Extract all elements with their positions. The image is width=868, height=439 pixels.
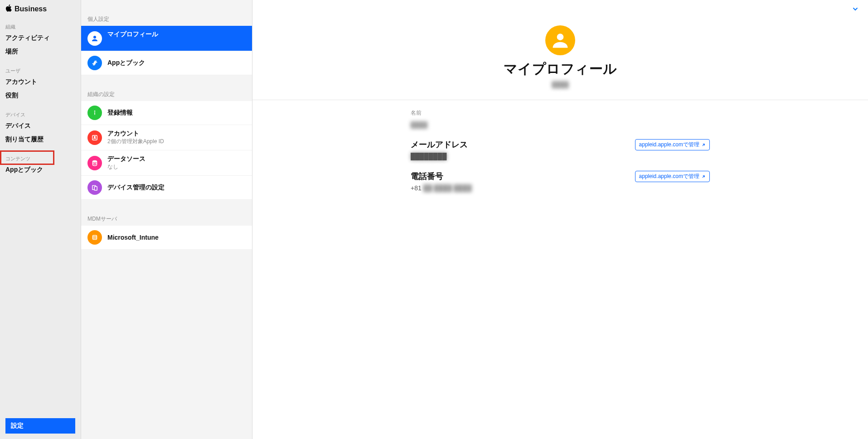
settings-item-title: デバイス管理の設定: [107, 183, 165, 192]
nav-item-activity[interactable]: アクティビティ: [0, 31, 81, 45]
settings-item-sub: [107, 39, 158, 46]
manage-link-text: appleid.apple.comで管理: [639, 173, 699, 180]
nav-group-org: 組織 アクティビティ 場所: [0, 21, 81, 58]
nav-item-devices[interactable]: デバイス: [0, 119, 81, 133]
database-icon: [87, 156, 102, 170]
manage-phone-link[interactable]: appleid.apple.comで管理: [635, 171, 710, 182]
svg-point-5: [93, 160, 97, 162]
settings-section-label: 組織の設定: [81, 75, 252, 101]
svg-rect-8: [93, 236, 97, 240]
nav-group-content: コンテンツ Appとブック: [0, 153, 81, 177]
nav-group-label: デバイス: [0, 109, 81, 119]
profile-title: マイプロフィール: [262, 60, 859, 78]
settings-item-title: データソース: [107, 155, 145, 163]
nav-group-label: コンテンツ: [0, 153, 81, 163]
manage-email-link[interactable]: appleid.apple.comで管理: [635, 139, 710, 150]
nav-group-users: ユーザ アカウント 役割: [0, 65, 81, 102]
settings-item-mdm-server[interactable]: Microsoft_Intune: [81, 226, 252, 249]
brand-text: Business: [15, 5, 47, 13]
email-row: メールアドレス ████████ appleid.apple.comで管理: [411, 139, 710, 160]
nav-item-assignment-history[interactable]: 割り当て履歴: [0, 133, 81, 146]
settings-item-title: Appとブック: [107, 59, 145, 67]
person-box-icon: [87, 130, 102, 145]
settings-item-registration[interactable]: 登録情報: [81, 101, 252, 125]
name-value: ████: [411, 121, 710, 128]
settings-button[interactable]: 設定: [5, 418, 75, 434]
settings-item-title: Microsoft_Intune: [107, 234, 159, 241]
info-icon: [87, 106, 102, 120]
svg-point-11: [557, 34, 564, 40]
settings-item-title: マイプロフィール: [107, 30, 158, 39]
apple-logo-icon: [5, 5, 12, 14]
external-link-icon: [701, 174, 706, 179]
avatar-icon: [545, 25, 575, 55]
svg-point-0: [93, 36, 96, 39]
nav-group-label: ユーザ: [0, 65, 81, 75]
settings-section-label: MDMサーバ: [81, 200, 252, 226]
email-label: メールアドレス: [411, 139, 468, 150]
name-label: 名前: [411, 109, 710, 117]
nav-item-accounts[interactable]: アカウント: [0, 75, 81, 89]
server-icon: [87, 230, 102, 245]
nav-item-roles[interactable]: 役割: [0, 89, 81, 102]
settings-item-device-mgmt[interactable]: デバイス管理の設定: [81, 176, 252, 200]
manage-link-text: appleid.apple.comで管理: [639, 141, 699, 149]
phone-label: 電話番号: [411, 171, 472, 182]
nav-item-locations[interactable]: 場所: [0, 45, 81, 58]
settings-item-sub: なし: [107, 163, 145, 171]
settings-list: 個人設定 マイプロフィール Appとブック 組織の設定 登録情報 アカウント: [81, 0, 252, 439]
settings-item-account[interactable]: アカウント 2個の管理対象Apple ID: [81, 125, 252, 150]
settings-item-title: 登録情報: [107, 109, 133, 117]
svg-point-1: [94, 111, 95, 111]
settings-item-datasource[interactable]: データソース なし: [81, 150, 252, 176]
svg-point-4: [94, 136, 96, 138]
settings-item-my-profile[interactable]: マイプロフィール: [81, 26, 252, 51]
settings-section-label: 個人設定: [81, 0, 252, 26]
svg-rect-7: [94, 187, 97, 190]
chevron-down-icon[interactable]: [852, 5, 859, 14]
profile-details: 名前 ████ メールアドレス ████████ appleid.apple.c…: [402, 100, 719, 210]
settings-item-sub: 2個の管理対象Apple ID: [107, 138, 164, 145]
main-content: マイプロフィール ████ 名前 ████ メールアドレス ████████ a…: [252, 0, 868, 439]
svg-rect-2: [94, 112, 95, 115]
brand: Business: [0, 0, 81, 21]
appstore-icon: [87, 56, 102, 70]
nav-group-label: 組織: [0, 21, 81, 31]
nav-item-apps-books[interactable]: Appとブック: [0, 163, 81, 177]
profile-subtitle: ████: [262, 81, 859, 88]
person-icon: [87, 31, 102, 46]
settings-item-title: アカウント: [107, 130, 164, 138]
external-link-icon: [701, 143, 706, 147]
phone-row: 電話番号 +81 ██ ████ ████ appleid.apple.comで…: [411, 171, 710, 192]
email-value: ████████: [411, 153, 468, 160]
phone-value: +81 ██ ████ ████: [411, 184, 472, 192]
devices-icon: [87, 180, 102, 195]
settings-item-apps-books[interactable]: Appとブック: [81, 51, 252, 75]
profile-header: マイプロフィール ████: [252, 0, 868, 100]
sidebar: Business 組織 アクティビティ 場所 ユーザ アカウント 役割 デバイス…: [0, 0, 81, 439]
nav-group-devices: デバイス デバイス 割り当て履歴: [0, 109, 81, 146]
